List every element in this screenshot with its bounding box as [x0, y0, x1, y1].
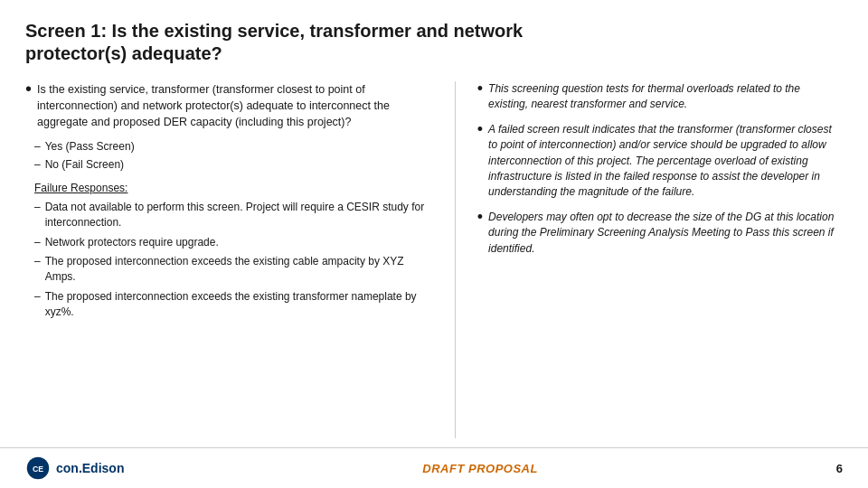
- footer: CE con.Edison DRAFT PROPOSAL 6: [0, 447, 868, 488]
- svg-text:CE: CE: [33, 465, 43, 474]
- right-column: • This screening question tests for ther…: [455, 81, 843, 438]
- right-text-2: Developers may often opt to decrease the…: [488, 210, 843, 257]
- page-number: 6: [836, 462, 843, 475]
- page-title: Screen 1: Is the existing service, trans…: [25, 20, 843, 65]
- right-text-1: A failed screen result indicates that th…: [488, 122, 843, 201]
- logo-area: CE con.Edison: [25, 455, 124, 481]
- failure-item-0: – Data not available to perform this scr…: [25, 200, 429, 230]
- failure-text-1: Network protectors require upgrade.: [45, 235, 219, 250]
- failure-text-0: Data not available to perform this scree…: [45, 200, 429, 230]
- right-dot-0: •: [477, 80, 483, 97]
- failure-text-2: The proposed interconnection exceeds the…: [45, 254, 429, 285]
- right-bullet-0: • This screening question tests for ther…: [477, 81, 843, 113]
- dash-sym-yes: –: [34, 139, 41, 155]
- failure-dash-2: –: [34, 254, 41, 269]
- dash-sym-no: –: [34, 157, 41, 173]
- draft-label: DRAFT PROPOSAL: [422, 462, 538, 475]
- main-bullet-item: • Is the existing service, transformer (…: [25, 81, 429, 130]
- failure-items: – Data not available to perform this scr…: [25, 200, 429, 320]
- failure-item-3: – The proposed interconnection exceeds t…: [25, 289, 429, 320]
- sub-item-yes-text: Yes (Pass Screen): [45, 139, 135, 155]
- left-column: • Is the existing service, transformer (…: [25, 81, 429, 438]
- sub-item-no-text: No (Fail Screen): [45, 157, 124, 173]
- sub-item-no: – No (Fail Screen): [25, 157, 429, 173]
- failure-dash-1: –: [34, 235, 41, 250]
- conedison-logo-icon: CE: [25, 455, 51, 481]
- content-area: • Is the existing service, transformer (…: [25, 81, 843, 438]
- right-text-0: This screening question tests for therma…: [488, 81, 843, 113]
- failure-dash-0: –: [34, 200, 41, 215]
- failure-item-1: – Network protectors require upgrade.: [25, 235, 429, 250]
- right-dot-2: •: [477, 209, 483, 225]
- bullet-dot: •: [25, 80, 32, 98]
- right-dot-1: •: [477, 121, 483, 137]
- logo-text: con.Edison: [56, 461, 124, 475]
- main-container: Screen 1: Is the existing service, trans…: [0, 0, 868, 447]
- failure-item-2: – The proposed interconnection exceeds t…: [25, 254, 429, 285]
- right-bullet-1: • A failed screen result indicates that …: [477, 122, 843, 201]
- failure-text-3: The proposed interconnection exceeds the…: [45, 289, 429, 320]
- right-bullet-2: • Developers may often opt to decrease t…: [477, 210, 843, 257]
- failure-label: Failure Responses:: [25, 182, 429, 194]
- sub-items: – Yes (Pass Screen) – No (Fail Screen): [25, 139, 429, 173]
- main-bullet-text: Is the existing service, transformer (tr…: [37, 81, 429, 130]
- sub-item-yes: – Yes (Pass Screen): [25, 139, 429, 155]
- failure-dash-3: –: [34, 289, 41, 305]
